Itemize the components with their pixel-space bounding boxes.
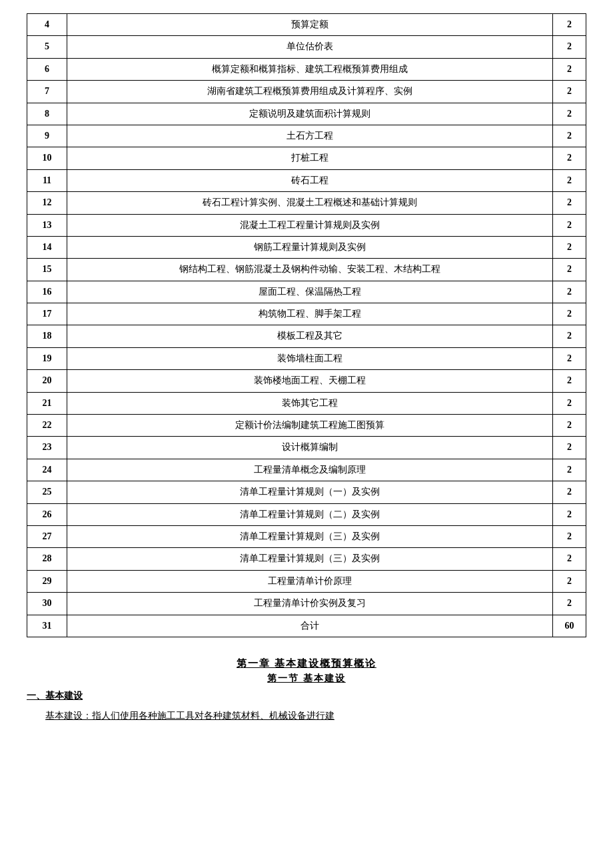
row-score: 60	[553, 615, 586, 637]
row-content: 定额计价法编制建筑工程施工图预算	[67, 415, 553, 437]
row-content: 构筑物工程、脚手架工程	[67, 303, 553, 325]
table-row: 19装饰墙柱面工程2	[27, 347, 586, 369]
table-row: 6概算定额和概算指标、建筑工程概预算费用组成2	[27, 58, 586, 80]
row-number: 17	[27, 303, 67, 325]
table-row: 13混凝土工程工程量计算规则及实例2	[27, 214, 586, 236]
row-score: 2	[553, 36, 586, 58]
table-row: 17构筑物工程、脚手架工程2	[27, 303, 586, 325]
row-number: 9	[27, 125, 67, 147]
table-row: 31合计60	[27, 615, 586, 637]
row-score: 2	[553, 503, 586, 525]
row-content: 清单工程量计算规则（一）及实例	[67, 481, 553, 503]
row-number: 21	[27, 392, 67, 414]
table-row: 28清单工程量计算规则（三）及实例2	[27, 548, 586, 570]
row-content: 合计	[67, 615, 553, 637]
table-row: 24工程量清单概念及编制原理2	[27, 459, 586, 481]
row-score: 2	[553, 125, 586, 147]
row-content: 混凝土工程工程量计算规则及实例	[67, 214, 553, 236]
row-number: 14	[27, 236, 67, 258]
row-content: 清单工程量计算规则（二）及实例	[67, 503, 553, 525]
row-number: 4	[27, 14, 67, 36]
table-row: 15钢结构工程、钢筋混凝土及钢构件动输、安装工程、木结构工程2	[27, 259, 586, 281]
row-score: 2	[553, 392, 586, 414]
row-content: 屋面工程、保温隔热工程	[67, 281, 553, 303]
row-number: 18	[27, 325, 67, 347]
row-number: 7	[27, 81, 67, 103]
row-score: 2	[553, 236, 586, 258]
row-number: 30	[27, 593, 67, 615]
chapter-section: 第一章 基本建设概预算概论 第一节 基本建设 一、基本建设 基本建设：指人们使用…	[27, 657, 586, 724]
table-row: 27清单工程量计算规则（三）及实例2	[27, 525, 586, 547]
row-content: 土石方工程	[67, 125, 553, 147]
table-row: 5单位估价表2	[27, 36, 586, 58]
row-score: 2	[553, 281, 586, 303]
row-content: 概算定额和概算指标、建筑工程概预算费用组成	[67, 58, 553, 80]
table-row: 8定额说明及建筑面积计算规则2	[27, 103, 586, 125]
row-content: 钢结构工程、钢筋混凝土及钢构件动输、安装工程、木结构工程	[67, 259, 553, 281]
row-content: 清单工程量计算规则（三）及实例	[67, 548, 553, 570]
table-row: 23设计概算编制2	[27, 437, 586, 459]
table-row: 26清单工程量计算规则（二）及实例2	[27, 503, 586, 525]
row-score: 2	[553, 525, 586, 547]
row-content: 设计概算编制	[67, 437, 553, 459]
row-score: 2	[553, 548, 586, 570]
row-content: 钢筋工程量计算规则及实例	[67, 236, 553, 258]
row-score: 2	[553, 58, 586, 80]
row-score: 2	[553, 437, 586, 459]
heading-1: 一、基本建设	[27, 690, 586, 702]
row-content: 装饰墙柱面工程	[67, 347, 553, 369]
row-score: 2	[553, 169, 586, 191]
row-content: 工程量清单计价实例及复习	[67, 593, 553, 615]
section-title: 第一节 基本建设	[27, 673, 586, 685]
table-row: 11砖石工程2	[27, 169, 586, 191]
row-number: 6	[27, 58, 67, 80]
row-number: 8	[27, 103, 67, 125]
row-content: 砖石工程	[67, 169, 553, 191]
row-score: 2	[553, 214, 586, 236]
table-row: 20装饰楼地面工程、天棚工程2	[27, 370, 586, 392]
table-row: 25清单工程量计算规则（一）及实例2	[27, 481, 586, 503]
table-row: 16屋面工程、保温隔热工程2	[27, 281, 586, 303]
content-table: 4预算定额25单位估价表26概算定额和概算指标、建筑工程概预算费用组成27湖南省…	[27, 13, 586, 637]
row-score: 2	[553, 303, 586, 325]
row-score: 2	[553, 415, 586, 437]
table-row: 14钢筋工程量计算规则及实例2	[27, 236, 586, 258]
row-number: 5	[27, 36, 67, 58]
row-score: 2	[553, 259, 586, 281]
row-number: 27	[27, 525, 67, 547]
row-number: 11	[27, 169, 67, 191]
row-number: 10	[27, 147, 67, 169]
row-content: 定额说明及建筑面积计算规则	[67, 103, 553, 125]
row-content: 打桩工程	[67, 147, 553, 169]
row-score: 2	[553, 81, 586, 103]
row-score: 2	[553, 147, 586, 169]
row-score: 2	[553, 481, 586, 503]
row-score: 2	[553, 14, 586, 36]
row-number: 16	[27, 281, 67, 303]
row-number: 31	[27, 615, 67, 637]
row-content: 装饰楼地面工程、天棚工程	[67, 370, 553, 392]
row-score: 2	[553, 192, 586, 214]
row-number: 19	[27, 347, 67, 369]
row-content: 工程量清单概念及编制原理	[67, 459, 553, 481]
row-number: 20	[27, 370, 67, 392]
row-score: 2	[553, 570, 586, 592]
table-row: 12砖石工程计算实例、混凝土工程概述和基础计算规则2	[27, 192, 586, 214]
table-row: 21装饰其它工程2	[27, 392, 586, 414]
table-row: 10打桩工程2	[27, 147, 586, 169]
row-content: 单位估价表	[67, 36, 553, 58]
table-row: 30工程量清单计价实例及复习2	[27, 593, 586, 615]
row-score: 2	[553, 347, 586, 369]
chapter-title: 第一章 基本建设概预算概论	[27, 657, 586, 670]
row-content: 预算定额	[67, 14, 553, 36]
row-content: 装饰其它工程	[67, 392, 553, 414]
table-row: 18模板工程及其它2	[27, 325, 586, 347]
row-number: 12	[27, 192, 67, 214]
row-content: 清单工程量计算规则（三）及实例	[67, 525, 553, 547]
row-number: 29	[27, 570, 67, 592]
row-score: 2	[553, 459, 586, 481]
table-row: 29工程量清单计价原理2	[27, 570, 586, 592]
row-content: 工程量清单计价原理	[67, 570, 553, 592]
table-row: 9土石方工程2	[27, 125, 586, 147]
row-number: 24	[27, 459, 67, 481]
